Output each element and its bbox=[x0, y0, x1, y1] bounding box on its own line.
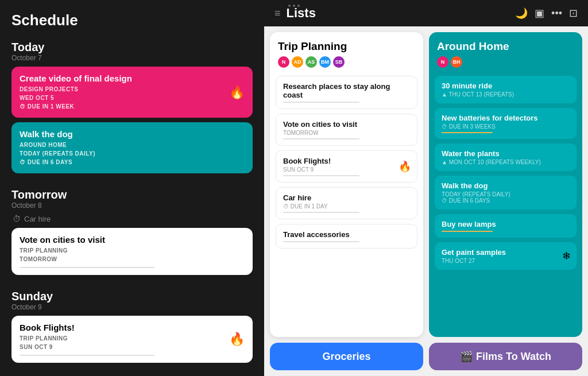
list-item-batteries[interactable]: New batteries for detectors ⏱ DUE IN 3 W… bbox=[435, 108, 577, 139]
list-item-paint[interactable]: Get paint samples THU OCT 27 ❄ bbox=[435, 242, 577, 270]
snowflake-icon: ❄ bbox=[562, 250, 571, 262]
dot1 bbox=[288, 5, 291, 7]
list-item-lamps[interactable]: Buy new lamps bbox=[435, 214, 577, 238]
lamps-title: Buy new lamps bbox=[442, 220, 570, 228]
clock-icon: ⏱ bbox=[13, 214, 21, 223]
list-item-research[interactable]: Research places to stay along coast bbox=[276, 76, 417, 109]
task-vote-meta: TRIP PLANNINGTOMORROW bbox=[20, 246, 245, 263]
simple-car-hire-label: Car hire bbox=[24, 215, 51, 223]
ride-title: 30 minute ride bbox=[442, 82, 570, 90]
walk-dog-title: Walk the dog bbox=[442, 181, 570, 190]
dot3 bbox=[297, 5, 300, 7]
around-home-column: Around Home N BH 30 minute ride ▲ THU OC… bbox=[429, 32, 582, 337]
car-hire-title: Car hire bbox=[283, 193, 410, 202]
paint-title: Get paint samples bbox=[442, 248, 570, 257]
around-home-body: 30 minute ride ▲ THU OCT 13 (REPEATS) Ne… bbox=[429, 76, 582, 337]
task-dog-title: Walk the dog bbox=[20, 129, 245, 139]
top-dots bbox=[288, 5, 300, 7]
task-design-title: Create video of final design bbox=[20, 73, 245, 83]
schedule-title: Schedule bbox=[11, 9, 253, 29]
vote-divider2 bbox=[283, 138, 359, 139]
tomorrow-section: Tomorrow October 8 ⏱ Car hire Vote on ci… bbox=[11, 188, 253, 280]
task-design-meta: DESIGN PROJECTSWED OCT 5⏱ DUE IN 1 WEEK bbox=[20, 85, 245, 111]
flights-fire-icon: 🔥 bbox=[229, 332, 245, 347]
sunday-date: October 9 bbox=[11, 303, 253, 311]
today-title: Today bbox=[11, 41, 253, 54]
walk-dog-sub: TODAY (REPEATS DAILY)⏱ DUE IN 6 DAYS bbox=[442, 191, 570, 204]
travel-acc-divider bbox=[283, 241, 359, 242]
lists-panel: ≡ Lists 🌙 ▣ ••• ⊡ Trip Planning N AD AS bbox=[264, 0, 588, 376]
filter-icon[interactable]: ≡ bbox=[274, 7, 281, 20]
avatar-as: AS bbox=[305, 56, 317, 68]
book-flights-title: Book Flights! bbox=[283, 157, 410, 165]
header-controls: 🌙 ▣ ••• ⊡ bbox=[515, 7, 578, 20]
lists-title: Lists bbox=[287, 6, 510, 21]
paint-sub: THU OCT 27 bbox=[442, 258, 570, 264]
car-hire-sub: ⏱ DUE IN 1 DAY bbox=[283, 203, 410, 210]
around-home-title: Around Home bbox=[437, 40, 574, 53]
avatar-bm: BM bbox=[319, 56, 331, 68]
task-card-vote[interactable]: Vote on cities to visit TRIP PLANNINGTOM… bbox=[11, 228, 253, 275]
layout-icon[interactable]: ▣ bbox=[535, 7, 544, 20]
list-item-ride[interactable]: 30 minute ride ▲ THU OCT 13 (REPEATS) bbox=[435, 76, 577, 103]
task-card-dog[interactable]: Walk the dog AROUND HOMETODAY (REPEATS D… bbox=[11, 122, 253, 173]
list-item-walk-dog[interactable]: Walk the dog TODAY (REPEATS DAILY)⏱ DUE … bbox=[435, 176, 577, 210]
task-vote-title: Vote on cities to visit bbox=[20, 235, 245, 245]
groceries-label: Groceries bbox=[322, 351, 370, 363]
avatar-n2: N bbox=[437, 56, 448, 68]
trip-planning-body: Research places to stay along coast Vote… bbox=[270, 76, 423, 337]
films-card[interactable]: 🎬 Films To Watch bbox=[429, 343, 582, 370]
task-card-flights[interactable]: Book Flights! TRIP PLANNINGSUN OCT 9 🔥 bbox=[11, 316, 253, 363]
sunday-title: Sunday bbox=[11, 290, 253, 303]
around-home-header: Around Home N BH bbox=[429, 32, 582, 76]
film-icon: 🎬 bbox=[460, 350, 473, 363]
trip-avatars: N AD AS BM SB bbox=[278, 56, 415, 68]
ride-sub: ▲ THU OCT 13 (REPEATS) bbox=[442, 91, 570, 98]
research-title: Research places to stay along coast bbox=[283, 82, 410, 99]
batteries-sub: ⏱ DUE IN 3 WEEKS bbox=[442, 123, 570, 130]
book-flights-divider bbox=[283, 175, 359, 176]
simple-car-hire: ⏱ Car hire bbox=[11, 214, 253, 223]
avatar-sb: SB bbox=[333, 56, 345, 68]
lists-content: Trip Planning N AD AS BM SB Research pla… bbox=[264, 26, 588, 343]
fire-icon: 🔥 bbox=[229, 85, 245, 100]
list-item-vote[interactable]: Vote on cities to visit TOMORROW bbox=[276, 114, 417, 146]
batteries-title: New batteries for detectors bbox=[442, 114, 570, 122]
trip-planning-title: Trip Planning bbox=[278, 40, 415, 53]
vote-title: Vote on cities to visit bbox=[283, 120, 410, 129]
task-card-design[interactable]: Create video of final design DESIGN PROJ… bbox=[11, 67, 253, 118]
films-label: Films To Watch bbox=[476, 351, 551, 363]
dark-mode-icon[interactable]: 🌙 bbox=[515, 7, 528, 20]
list-item-travel-accessories[interactable]: Travel accessories bbox=[276, 224, 417, 249]
list-item-book-flights[interactable]: Book Flights! SUN OCT 9 🔥 bbox=[276, 150, 417, 183]
account-icon[interactable]: ⊡ bbox=[569, 7, 578, 20]
plants-title: Water the plants bbox=[442, 149, 570, 158]
more-icon[interactable]: ••• bbox=[551, 7, 562, 20]
around-home-avatars: N BH bbox=[437, 56, 574, 68]
book-flights-fire-icon: 🔥 bbox=[399, 160, 411, 173]
avatar-n: N bbox=[278, 56, 289, 68]
trip-planning-column: Trip Planning N AD AS BM SB Research pla… bbox=[270, 32, 423, 337]
list-item-plants[interactable]: Water the plants ▲ MON OCT 10 (REPEATS W… bbox=[435, 144, 577, 171]
book-flights-sub: SUN OCT 9 bbox=[283, 166, 410, 173]
task-dog-meta: AROUND HOMETODAY (REPEATS DAILY)⏱ DUE IN… bbox=[20, 141, 245, 166]
trip-planning-header: Trip Planning N AD AS BM SB bbox=[270, 32, 423, 76]
tomorrow-date: October 8 bbox=[11, 201, 253, 210]
today-date: October 7 bbox=[11, 54, 253, 62]
avatar-bh: BH bbox=[451, 56, 462, 68]
car-hire-divider bbox=[283, 212, 359, 213]
groceries-card[interactable]: Groceries bbox=[270, 343, 423, 370]
flights-divider bbox=[20, 355, 154, 356]
lamps-divider bbox=[442, 231, 493, 232]
schedule-panel: Schedule Today October 7 Create video of… bbox=[0, 0, 264, 376]
avatar-ad: AD bbox=[292, 56, 303, 68]
list-item-car-hire[interactable]: Car hire ⏱ DUE IN 1 DAY bbox=[276, 187, 417, 219]
dot2 bbox=[293, 5, 295, 7]
batteries-divider bbox=[442, 132, 493, 133]
lists-header: ≡ Lists 🌙 ▣ ••• ⊡ bbox=[264, 0, 588, 26]
bottom-lists-row: Groceries 🎬 Films To Watch bbox=[264, 343, 588, 376]
vote-sub: TOMORROW bbox=[283, 130, 410, 136]
task-flights-title: Book Flights! bbox=[20, 323, 245, 332]
research-divider bbox=[283, 102, 359, 103]
travel-acc-title: Travel accessories bbox=[283, 230, 410, 239]
